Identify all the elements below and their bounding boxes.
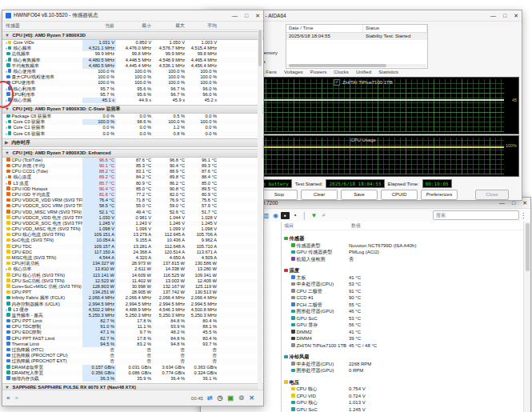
vertical-scrollbar[interactable] [523,222,530,412]
sensor-report-row[interactable]: 中央处理器(CPU) 2268 RPM [282,361,524,368]
console-icon[interactable]: ▪ [281,212,290,219]
stability-action-button[interactable]: CPUID [381,190,418,200]
sensor-row[interactable]: MISC电流 (SVI3 TFN) 4.544 A 4.320 A 4.650 … [2,255,263,261]
sensor-row[interactable]: CPU (Tctl/Tdie) 96.6 °C 87.6 °C 96.8 °C … [2,158,263,163]
sensor-row[interactable]: CPU VDDCR_SOC 电压 (SVI3 TFN) 1.245 V 1.24… [2,221,263,226]
sensor-row[interactable]: ›Core C1 驻留率 0.0 % 0.0 % 1.2 % 0.0 % [2,125,263,130]
sensor-report-row[interactable]: GPU 显存 56 °C [282,322,524,329]
graph-tab[interactable]: Statistics [378,69,398,75]
stability-action-button[interactable]: Preferences [421,190,458,200]
sensor-row[interactable]: 提升频率 - 最高 5,250.3 MHz 5,250.3 MHz 5,250.… [2,313,263,318]
sensor-report-row[interactable]: CCD #1 90 °C [282,294,524,302]
sensor-row[interactable]: CPU VDD_MISC 电压 (SVI3 TFN) 1.098 V 1.096… [2,226,263,232]
sensor-row[interactable]: CPU EDC限制 47.1 % 9.7 % 48.2 % 45.5 % [2,330,263,335]
sensor-row[interactable]: Infinity Fabric 频率 (FCLK) 2,066.4 MHz 2,… [2,295,263,301]
sensor-report-row[interactable]: 中央处理器(CPU) 53 °C [282,281,524,288]
sensor-row[interactable]: CPU使用率 100.0 % 100.0 % 100.0 % 100.0 % [2,80,263,86]
maximize-icon[interactable]: □ [245,13,248,19]
update-download-icon[interactable]: ▼ [310,212,318,219]
sensor-row[interactable]: CPU IOD Hotspot 90.4 °C 85.0 °C 90.8 °C … [2,186,263,192]
sensor-row[interactable]: 过热降频 (PROCHOT CPU) 否 否 否 否 [2,353,263,358]
stability-action-button[interactable]: Clear [301,190,338,200]
sensor-row[interactable]: Core+SoC+MISC 功耗 (SVI3 TFN) 128.803 W 30… [2,284,263,290]
sensor-report-row[interactable]: 图形处理器(GPU) 46 °C [282,308,524,315]
sensor-row[interactable]: ›核心有效频率 4,480.5 MHz 4,448.5 MHz 4,548.9 … [2,58,263,63]
sensor-report-row[interactable]: GPU 传感器类型 PMLog (ACI2) [282,249,524,256]
minimize-icon[interactable]: — [490,13,496,19]
sensor-row[interactable]: Package C6 驻留率 0.0 % 0.0 % 0.5 % 0.0 % [2,114,263,119]
sensor-row[interactable]: CPU SoC功耗 (SVI3 TFN) 12.523 W 11.402 W 1… [2,278,263,284]
sensor-row[interactable]: SoC电流 (SVI3 TFN) 10.054 A 9.155 A 10.436… [2,238,263,243]
close-icon[interactable]: ✕ [514,13,518,19]
sensor-row[interactable]: ›核心温度 89.2 °C 84.2 °C 89.8 °C 88.4 °C [2,174,263,180]
hwinfo-titlebar[interactable]: HWiNFO64 v8.10-5520 - 传感器状态 — □ ✕ [2,10,263,22]
graph-tab[interactable]: Clocks [334,69,349,75]
sensor-report-row[interactable]: GPU 核心 1.013 V [282,399,524,406]
section-expand-icon[interactable]: ▼ [5,33,10,38]
search-magnifier-icon[interactable]: ⌕ [319,211,328,219]
sensor-row[interactable]: 平均有效频率 4,480.5 MHz 4,445.4 MHz 4,536.1 M… [2,63,263,69]
sensor-row[interactable]: 过热降频 (HTC) 否 否 否 否 [2,347,263,353]
sensor-report-row[interactable]: DIMM2 41 °C [282,329,524,336]
sensor-section-header[interactable]: ▶ 内存时序 [2,138,263,147]
reset-clock-icon[interactable]: ◷ [218,394,223,402]
sensor-row[interactable]: CPU EDC 117.150 A 24.368 A 120.514 A 113… [2,250,263,255]
sensor-report-row[interactable]: CPU 核心 0.754 V [282,386,524,393]
section-expand-icon[interactable]: ▼ [5,150,10,155]
sensor-report-row[interactable]: 机箱入侵检测 否 [282,256,524,263]
sensor-row[interactable]: ›核心利用率 95.7 % 95.6 % 96.7 % 96.0 % [2,86,263,92]
toolbar-divider[interactable]: │ [300,212,309,219]
stability-action-button[interactable]: Stop [261,190,298,200]
sensor-row[interactable]: CPU VDD_MISC VRM (SVI3 TFN) 52.1 °C 49.4… [2,210,263,215]
close-dialog-button[interactable]: Close [475,190,509,200]
sensor-row[interactable]: ›核心功率 13.810 W 2.611 W 14.338 W 13.280 W [2,266,263,272]
graph-tab[interactable]: Voltages [284,69,303,75]
sensor-report-row[interactable]: GPU SoC 1.245 V [282,406,524,412]
sensor-row[interactable]: CPU VDDCR_VDD 电压 (SVI3 TFN) 1.030 V 0.98… [2,215,263,221]
sensor-row[interactable]: CPU VDDCR_SOC VRM (SVI3 TFN) 58.5 °C 55.… [2,203,263,209]
sensor-section-header[interactable]: ▼ CPU [#0]: AMD Ryzen 7 9800X3D [2,31,263,40]
scrollbar-thumb[interactable] [526,223,530,271]
sensor-row[interactable]: ›核心使用率 100.0 % 100.0 % 100.0 % 100.0 % [2,69,263,74]
sensor-row[interactable]: CPU封装功耗 134.327 W 28.973 W 137.815 W 130… [2,261,263,266]
vertical-scrollbar[interactable] [258,30,262,390]
sensor-row[interactable]: ›Core C0 驻留率 100.0 % 98.6 % 100.0 % 100.… [2,119,263,125]
sensor-report-row[interactable]: PCH 二极管 55 °C [282,302,524,309]
graph-tab[interactable]: Powers [310,69,327,75]
sensor-row[interactable]: ›核心频率 4,521.1 MHz 4,476.0 MHz 4,576.7 MH… [2,46,263,51]
sensor-row[interactable]: 物理内存负载 36.3 % 35.9 % 36.4 % 36.1 % [2,376,263,382]
sensor-row[interactable]: 内存控制器频率 (UCLK) 2,994.5 MHz 2,994.5 MHz 2… [2,302,263,307]
log-horizontal-scrollbar[interactable] [287,64,426,67]
section-expand-icon[interactable]: ▶ [5,140,9,145]
sensor-row[interactable]: 总线频率 99.9 MHz 99.8 MHz 99.9 MHz 99.8 MHz [2,51,263,57]
sensor-report-row[interactable]: ZHITAI TiPlus7100 1TB 45 °C / 48 °C [282,342,524,350]
log-row[interactable]: 2025/6/18 18:04:55 Stability Test: Start… [286,33,427,40]
sensor-row[interactable]: CPU PPT FAST Limit 82.7 % 17.8 % 84.8 % … [2,336,263,342]
sensor-row[interactable]: ›L3 缓存 4,502.2 MHz 4,488.9 MHz 4,546.3 M… [2,307,263,313]
sensor-row[interactable]: CPU IOD 平均温度 81.6 °C 77.2 °C 82.0 °C 80.… [2,192,263,198]
sensor-report-row[interactable]: GPU SoC 53 °C [282,315,524,322]
minimize-icon[interactable]: — [232,13,238,19]
sensor-section-header[interactable]: ▼ SAPPHIRE SAPPHIRE PULSE RX 9070 XT (Na… [2,383,263,390]
sensor-report-row[interactable]: 主板 41 °C [282,274,524,282]
sensor-row[interactable]: CPU利用率 95.7 % 95.6 % 96.7 % 96.0 % [2,92,263,98]
sensor-row[interactable]: CPU TDC 109.157 A 13.281 A 112.648 A 105… [2,244,263,250]
sensor-report-row[interactable]: DIMM4 39 °C [282,335,524,342]
add-report-icon[interactable]: ▣ [228,394,234,402]
legend-checkbox[interactable]: ✓ [334,79,340,86]
search-input[interactable] [433,210,519,220]
graph-tab[interactable]: Unified [356,69,371,75]
sensor-row[interactable]: CPU PPT Limit 82.7 % 17.8 % 84.8 % 80.4 … [2,318,263,324]
sensor-report-row[interactable]: 传感器类型 Nuvoton NCT6799D (ISA A40h) [282,242,524,250]
sensor-row[interactable]: CPU 核心功耗 (SVI3 TFN) 113.141 W 14.609 W 1… [2,273,263,278]
benchmark-gauge-icon[interactable]: ◔ [290,212,299,219]
sensor-section-header[interactable]: ▼ CPU [#0]: AMD Ryzen 7 9800X3D: Enhance… [2,149,263,158]
sensor-row[interactable]: 最大CPU/线程使用率 100.0 % 100.0 % 100.0 % 100.… [2,74,263,80]
maximize-icon[interactable]: □ [503,13,506,19]
sensor-report-row[interactable]: CPU VID 0.724 V [282,393,524,400]
sensor-row[interactable]: ›核心倍频 45.1 x 44.9 x 45.9 x 45.2 x [2,98,263,103]
sensor-row[interactable]: CPU 外围 (平均) 90.1 °C 85.3 °C 90.4 °C 89.3… [2,163,263,169]
sensor-row[interactable]: DRAM读取带宽 0.157 GB/s 0.031 GB/s 3.634 GB/… [2,365,263,370]
user-icon[interactable]: ◉ [271,212,280,219]
overflow-menu-icon[interactable]: ⋮ [519,212,527,219]
